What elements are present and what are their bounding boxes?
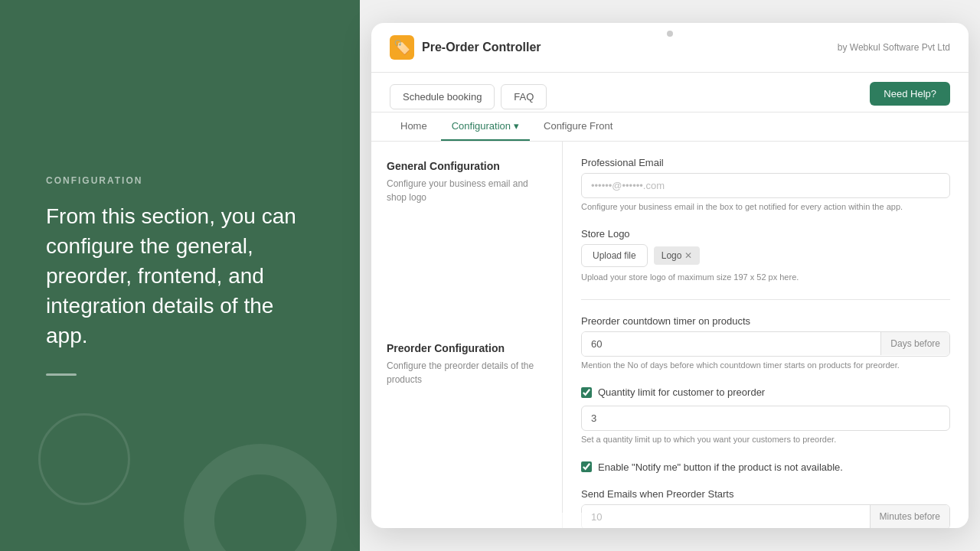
schedule-booking-button[interactable]: Schedule booking	[390, 84, 495, 109]
preorder-config-title: Preorder Configuration	[387, 342, 547, 354]
main-content: General Configuration Configure your bus…	[371, 142, 969, 528]
countdown-input[interactable]	[582, 332, 880, 356]
countdown-group: Preorder countdown timer on products Day…	[581, 315, 950, 371]
qty-limit-input[interactable]	[581, 406, 950, 431]
by-label: by Webkul Software Pvt Ltd	[838, 42, 950, 53]
logo-tag: Logo ✕	[654, 246, 701, 265]
countdown-hint: Mention the No of days before which coun…	[581, 360, 950, 371]
qty-limit-checkbox-row: Quantity limit for customer to preorder	[581, 386, 950, 398]
countdown-suffix: Days before	[880, 332, 949, 355]
main-card: 🏷️ Pre-Order Controller by Webkul Softwa…	[371, 23, 969, 528]
qty-limit-hint: Set a quantity limit up to which you wan…	[581, 434, 950, 445]
qty-limit-label: Quantity limit for customer to preorder	[598, 386, 765, 398]
left-title: From this section, you can configure the…	[46, 201, 314, 351]
section-divider-1	[581, 299, 950, 300]
logo-tag-remove-icon[interactable]: ✕	[684, 250, 692, 261]
send-emails-suffix: Minutes before	[870, 505, 949, 528]
general-config-desc: Configure your business email and shop l…	[387, 177, 547, 204]
countdown-label: Preorder countdown timer on products	[581, 315, 950, 327]
professional-email-group: Professional Email Configure your busine…	[581, 157, 950, 213]
left-divider	[46, 373, 77, 376]
notify-me-checkbox[interactable]	[581, 461, 592, 472]
config-label: CONFIGURATION	[46, 175, 314, 186]
general-config-title: General Configuration	[387, 160, 547, 172]
tab-configure-front[interactable]: Configure Front	[533, 112, 623, 141]
card-dot-indicator	[667, 31, 673, 37]
left-panel: CONFIGURATION From this section, you can…	[0, 0, 360, 551]
nav-tabs: Home Configuration ▾ Configure Front	[371, 112, 969, 142]
notify-me-label: Enable "Notify me" button if the product…	[598, 461, 843, 473]
tab-configuration[interactable]: Configuration ▾	[441, 112, 530, 141]
app-brand: 🏷️ Pre-Order Controller	[390, 35, 541, 60]
professional-email-label: Professional Email	[581, 157, 950, 168]
store-logo-hint: Upload your store logo of maximum size 1…	[581, 272, 950, 283]
notify-me-group: Enable "Notify me" button if the product…	[581, 461, 950, 473]
preorder-config-desc: Configure the preorder details of the pr…	[387, 359, 547, 386]
store-logo-group: Store Logo Upload file Logo ✕ Upload you…	[581, 228, 950, 283]
professional-email-input[interactable]	[581, 173, 950, 198]
faq-button[interactable]: FAQ	[501, 84, 547, 109]
professional-email-hint: Configure your business email in the box…	[581, 201, 950, 213]
qty-limit-checkbox[interactable]	[581, 387, 592, 398]
countdown-input-wrapper: Days before	[581, 331, 950, 357]
tab-home[interactable]: Home	[390, 112, 438, 141]
store-logo-label: Store Logo	[581, 228, 950, 240]
config-fields: Professional Email Configure your busine…	[563, 142, 969, 528]
bottom-decoration	[517, 513, 823, 528]
logo-tag-label: Logo	[662, 250, 682, 261]
notify-me-checkbox-row: Enable "Notify me" button if the product…	[581, 461, 950, 473]
upload-file-button[interactable]: Upload file	[581, 244, 648, 267]
send-emails-label: Send Emails when Preorder Starts	[581, 488, 950, 500]
app-icon: 🏷️	[390, 35, 414, 60]
top-tabs-bar: Schedule booking FAQ Need Help?	[371, 73, 969, 112]
qty-limit-group: Quantity limit for customer to preorder …	[581, 386, 950, 445]
right-panel: 🏷️ Pre-Order Controller by Webkul Softwa…	[360, 0, 980, 551]
preorder-config-info: Preorder Configuration Configure the pre…	[387, 342, 547, 386]
general-config-info: General Configuration Configure your bus…	[387, 160, 547, 204]
general-config-left: General Configuration Configure your bus…	[371, 142, 563, 528]
logo-field: Upload file Logo ✕	[581, 244, 950, 267]
app-name: Pre-Order Controller	[422, 41, 541, 54]
need-help-button[interactable]: Need Help?	[870, 82, 950, 106]
chevron-down-icon: ▾	[514, 120, 519, 132]
